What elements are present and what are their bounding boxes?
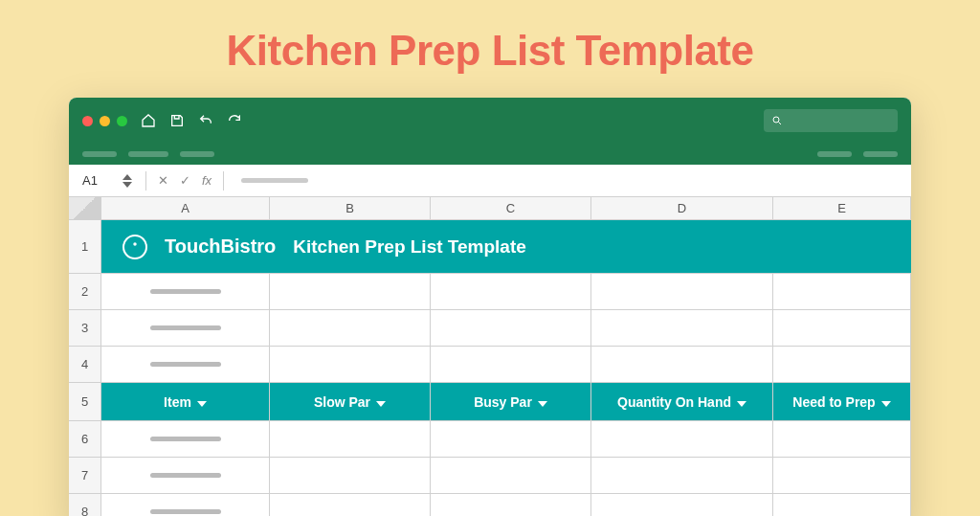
- row-header[interactable]: 6: [69, 421, 101, 457]
- table-row: 6: [69, 421, 911, 458]
- brand-name: TouchBistro: [165, 236, 276, 258]
- row-header[interactable]: 5: [69, 383, 101, 420]
- table-header-row: 5 Item Slow Par Busy Par Quantity On Han…: [69, 383, 911, 421]
- chevron-down-icon: [737, 394, 746, 410]
- cell-stepper[interactable]: [121, 174, 134, 188]
- cell[interactable]: [591, 347, 773, 382]
- cell[interactable]: [101, 347, 270, 382]
- cell[interactable]: [591, 310, 773, 346]
- column-header[interactable]: B: [270, 197, 431, 219]
- svg-point-0: [773, 117, 779, 123]
- header-item[interactable]: Item: [101, 383, 270, 420]
- maximize-icon[interactable]: [117, 116, 127, 126]
- refresh-icon[interactable]: [227, 113, 242, 128]
- cell[interactable]: [773, 347, 911, 382]
- cell[interactable]: [773, 421, 911, 457]
- search-icon: [771, 115, 783, 126]
- cell[interactable]: [431, 347, 591, 382]
- minimize-icon[interactable]: [100, 116, 110, 126]
- accept-formula-button[interactable]: ✓: [180, 173, 190, 188]
- cell[interactable]: [431, 494, 591, 516]
- cell[interactable]: [431, 310, 591, 346]
- cell[interactable]: [270, 274, 431, 309]
- cell[interactable]: [773, 494, 911, 516]
- cell[interactable]: [270, 421, 431, 457]
- table-row: 7: [69, 458, 911, 494]
- ribbon-group[interactable]: [817, 151, 852, 157]
- cell[interactable]: [591, 494, 773, 516]
- column-header[interactable]: E: [773, 197, 911, 219]
- placeholder-text: [150, 289, 221, 294]
- placeholder-text: [150, 362, 221, 367]
- cell[interactable]: [101, 494, 270, 516]
- cell[interactable]: [270, 310, 431, 346]
- table-row: 3: [69, 310, 911, 347]
- svg-point-1: [133, 242, 137, 246]
- cell[interactable]: [270, 347, 431, 382]
- chevron-down-icon: [538, 394, 547, 410]
- header-label: Need to Prep: [792, 394, 875, 410]
- title-banner-cell[interactable]: TouchBistro Kitchen Prep List Template: [101, 220, 911, 273]
- cell[interactable]: [773, 458, 911, 493]
- header-label: Slow Par: [314, 394, 370, 410]
- column-header[interactable]: C: [431, 197, 591, 219]
- home-icon[interactable]: [141, 113, 156, 128]
- fx-button[interactable]: fx: [202, 173, 212, 188]
- cell[interactable]: [431, 458, 591, 493]
- row-header[interactable]: 3: [69, 310, 101, 346]
- header-busy-par[interactable]: Busy Par: [431, 383, 591, 420]
- spreadsheet-window: A1 ✕ ✓ fx A B C D E 1 TouchBistro: [69, 98, 911, 516]
- cell[interactable]: [773, 274, 911, 309]
- row-header[interactable]: 7: [69, 458, 101, 493]
- placeholder-text: [150, 509, 221, 514]
- placeholder-text: [150, 325, 221, 330]
- row-header[interactable]: 4: [69, 347, 101, 382]
- chevron-down-icon: [197, 394, 207, 410]
- header-need-to-prep[interactable]: Need to Prep: [773, 383, 911, 420]
- ribbon-group[interactable]: [863, 151, 898, 157]
- spreadsheet-grid: A B C D E 1 TouchBistro Kitchen Prep Lis…: [69, 197, 911, 516]
- cancel-formula-button[interactable]: ✕: [158, 173, 168, 188]
- cell[interactable]: [101, 458, 270, 493]
- chevron-down-icon: [376, 394, 386, 410]
- row-header[interactable]: 2: [69, 274, 101, 309]
- window-controls: [82, 116, 127, 126]
- column-headers: A B C D E: [69, 197, 911, 220]
- ribbon-group[interactable]: [128, 151, 168, 157]
- column-header[interactable]: A: [101, 197, 270, 219]
- header-label: Busy Par: [474, 394, 532, 410]
- search-input[interactable]: [764, 109, 898, 132]
- formula-bar: A1 ✕ ✓ fx: [69, 165, 911, 197]
- header-qty-on-hand[interactable]: Quantity On Hand: [591, 383, 773, 420]
- cell[interactable]: [591, 421, 773, 457]
- cell[interactable]: [101, 310, 270, 346]
- cell[interactable]: [591, 458, 773, 493]
- header-label: Item: [164, 394, 191, 410]
- cell[interactable]: [591, 274, 773, 309]
- cell[interactable]: [431, 421, 591, 457]
- save-icon[interactable]: [169, 113, 185, 128]
- table-row: 4: [69, 347, 911, 383]
- table-row: 2: [69, 274, 911, 310]
- select-all-corner[interactable]: [69, 197, 101, 219]
- chevron-down-icon: [881, 394, 891, 410]
- cell[interactable]: [270, 458, 431, 493]
- cell[interactable]: [101, 421, 270, 457]
- placeholder-text: [150, 473, 221, 478]
- undo-icon[interactable]: [198, 113, 213, 128]
- row-header[interactable]: 1: [69, 220, 101, 273]
- ribbon-group[interactable]: [82, 151, 117, 157]
- cell[interactable]: [431, 274, 591, 309]
- cell[interactable]: [270, 494, 431, 516]
- formula-input[interactable]: [241, 178, 308, 183]
- cell[interactable]: [101, 274, 270, 309]
- cell[interactable]: [773, 310, 911, 346]
- header-slow-par[interactable]: Slow Par: [270, 383, 431, 420]
- row-header[interactable]: 8: [69, 494, 101, 516]
- touchbistro-logo-icon: [122, 235, 147, 259]
- column-header[interactable]: D: [591, 197, 773, 219]
- cell-reference[interactable]: A1: [82, 173, 109, 188]
- ribbon-group[interactable]: [180, 151, 214, 157]
- window-titlebar: [69, 98, 911, 144]
- close-icon[interactable]: [82, 116, 93, 126]
